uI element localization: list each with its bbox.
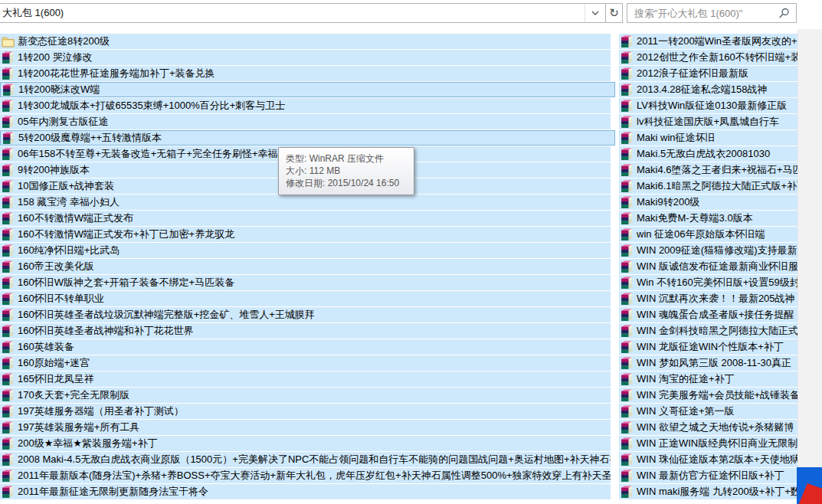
file-item[interactable]: WIN 正途WIN版经典怀旧商业无限制 bbox=[619, 436, 797, 451]
search-icon[interactable] bbox=[778, 8, 790, 19]
file-name: lv科技征途国庆版+凤凰城自行车 bbox=[637, 115, 779, 129]
file-item[interactable]: Maki9转200级 bbox=[619, 195, 797, 210]
file-name: WIN 魂魄蛋合成圣者版+接任务提醒 bbox=[637, 308, 794, 322]
file-item[interactable]: 197英雄服务器端（用圣者补丁测试） bbox=[0, 404, 611, 419]
file-name: WIN 完美服务端+会员技能+战锤装备 bbox=[637, 388, 797, 402]
file-item[interactable]: 2012创世之作全新160不转怀旧端+装 bbox=[619, 50, 797, 65]
file-item[interactable]: 2011年最新版本(随身法宝)+杀猪+养BOSS+夺宝大赛活动+新年大礼包，虎年… bbox=[0, 468, 611, 483]
corner-logo bbox=[797, 467, 822, 504]
file-item[interactable]: 2008 Maki-4.5无敌白虎战衣商业原版（1500元）+完美解决了NPC不… bbox=[0, 452, 611, 467]
file-item[interactable]: 1转200晓沫改W端 bbox=[0, 82, 615, 97]
rar-archive-icon bbox=[2, 373, 15, 386]
file-item[interactable]: WIN 欲望之城之天地传说+杀猪赌博 bbox=[619, 420, 797, 435]
file-item[interactable]: 2011年最新征途无限制更新随身法宝干将令 bbox=[0, 484, 611, 499]
file-name: Maki9转200级 bbox=[637, 195, 699, 209]
file-name: WIN 沉默再次来袭！！最新205战神 bbox=[637, 292, 795, 306]
file-item[interactable]: WIN 2009征途(猫猫修改端)支持最新 bbox=[619, 243, 797, 258]
rar-archive-icon bbox=[621, 212, 634, 225]
file-item[interactable]: 165怀旧龙凤呈祥 bbox=[0, 371, 611, 387]
file-item[interactable]: WIN 淘宝的征途+补丁 bbox=[619, 371, 797, 387]
file-item[interactable]: WIN 珠仙征途版本第2版本+天使地狱 bbox=[619, 452, 797, 467]
file-item[interactable]: WIN 义哥征途+第一版 bbox=[619, 404, 797, 419]
file-item[interactable]: WIN 沉默再次来袭！！最新205战神 bbox=[619, 291, 797, 306]
rar-archive-icon bbox=[621, 260, 634, 273]
file-name: win 征途06年原始版本怀旧端 bbox=[637, 227, 765, 241]
file-item[interactable]: WIN 最新仿官方征途怀旧版+补丁 bbox=[619, 468, 797, 483]
file-item[interactable]: 160怀旧英雄圣者战神端和补丁花花世界 bbox=[0, 323, 611, 339]
rar-archive-icon bbox=[2, 51, 15, 64]
rar-archive-icon bbox=[2, 116, 15, 129]
file-name: 160原始端+迷宫 bbox=[18, 356, 90, 370]
file-name: 2008 Maki-4.5无敌白虎战衣商业原版（1500元）+完美解决了NPC不… bbox=[18, 453, 611, 466]
file-item[interactable]: WIN 金剑科技暗黑之阿德拉大陆正式 bbox=[619, 323, 797, 339]
rar-archive-icon bbox=[2, 277, 15, 290]
file-name: 新变态征途8转200级 bbox=[18, 34, 110, 48]
file-item[interactable]: 170炙天套+完全无限制版 bbox=[0, 388, 611, 403]
rar-archive-icon bbox=[621, 132, 634, 145]
file-item[interactable]: 160怀旧英雄圣者战垃圾沉默神端完整版+挖金矿、堆雪人+王城膜拜 bbox=[0, 307, 611, 322]
file-name: LV科技Win版征途0130最新修正版 bbox=[637, 99, 787, 113]
file-item[interactable]: Maki6.1暗黑之阿德拉大陆正式版+补丁 bbox=[619, 178, 797, 194]
file-item[interactable]: 200级★幸福★紫装服务端+补丁 bbox=[0, 436, 611, 451]
file-name: 160不转激情W端正式发布+补丁已加密+养龙驭龙 bbox=[18, 227, 234, 241]
file-item[interactable]: Maki win征途坏旧 bbox=[619, 130, 797, 146]
search-box[interactable] bbox=[627, 3, 797, 23]
rar-archive-icon bbox=[2, 405, 15, 418]
address-combobox[interactable]: 大礼包 1(600) bbox=[0, 3, 606, 23]
file-item[interactable]: WIN 龙版征途WIN个性版本+补丁 bbox=[619, 339, 797, 355]
file-item[interactable]: 160纯净怀旧端+比武岛 bbox=[0, 243, 611, 258]
address-value[interactable]: 大礼包 1(600) bbox=[0, 6, 585, 20]
file-name: 06年158不转至尊+无装备改造+无箱子+完全任务刷怪+幸福小妇人 bbox=[18, 147, 308, 161]
rar-archive-icon bbox=[2, 260, 15, 273]
file-item[interactable]: 2013.4.28征途私念端158战神 bbox=[619, 82, 797, 97]
search-input[interactable] bbox=[627, 4, 780, 22]
file-name: 158 藏宝湾 幸福小妇人 bbox=[18, 195, 120, 209]
file-item[interactable]: 160不转激情W端正式发布+补丁已加密+养龙驭龙 bbox=[0, 227, 611, 242]
file-item[interactable]: 2011一转200端Win圣者版网友改的+ bbox=[619, 34, 797, 49]
file-item[interactable]: Maki4.6堕落之王者归来+祝福石+马匹 bbox=[619, 162, 797, 178]
file-item[interactable]: 2012浪子征途怀旧最新版 bbox=[619, 66, 797, 81]
file-item[interactable]: WIN 完美服务端+会员技能+战锤装备 bbox=[619, 388, 797, 403]
rar-archive-icon bbox=[2, 486, 15, 499]
file-item[interactable]: WIN 魂魄蛋合成圣者版+接任务提醒 bbox=[619, 307, 797, 322]
file-item[interactable]: 160原始端+迷宫 bbox=[0, 355, 611, 371]
file-item[interactable]: 160帝王改美化版 bbox=[0, 259, 611, 274]
file-item[interactable]: 160怀旧W版神之套+开箱子装备不绑定+马匹装备 bbox=[0, 275, 611, 290]
file-item[interactable]: LV科技Win版征途0130最新修正版 bbox=[619, 98, 797, 113]
file-item[interactable]: WIN maki服务端 九转200级+补丁+数 bbox=[619, 484, 797, 499]
file-item[interactable]: 160不转激情W端正式发布 bbox=[0, 211, 611, 226]
file-item[interactable]: 197英雄装服务端+所有工具 bbox=[0, 420, 611, 435]
rar-archive-icon bbox=[2, 212, 15, 225]
file-name: WIN 珠仙征途版本第2版本+天使地狱 bbox=[637, 453, 797, 466]
corner-logo-red-triangle bbox=[797, 467, 822, 504]
rar-archive-icon bbox=[621, 228, 634, 241]
file-item[interactable]: 1转200花花世界征途服务端加补丁+装备兑换 bbox=[0, 66, 611, 81]
chevron-down-icon[interactable] bbox=[585, 4, 605, 22]
file-item[interactable]: WIN 梦如风第三版 2008-11-30真正 bbox=[619, 355, 797, 371]
file-item[interactable]: Maki免费M-天尊端3.0版本 bbox=[619, 211, 797, 226]
rar-archive-icon bbox=[2, 341, 15, 354]
file-item[interactable]: 新变态征途8转200级 bbox=[0, 34, 611, 49]
file-item[interactable]: WIN 版诚信发布征途最新商业怀旧服 bbox=[619, 259, 797, 274]
file-name: 1转300龙城版本+打破65535束缚+1000%百分比+刺客与卫士 bbox=[18, 99, 285, 113]
file-item[interactable]: 05年内测复古版征途 bbox=[0, 114, 611, 129]
file-item[interactable]: 160怀旧不转单职业 bbox=[0, 291, 611, 306]
file-item[interactable]: 5转200级魔尊端++五转激情版本 bbox=[0, 130, 615, 146]
file-name: 2011年最新征途无限制更新随身法宝干将令 bbox=[18, 485, 208, 499]
file-item[interactable]: Maki.5无敌白虎战衣20081030 bbox=[619, 146, 797, 162]
file-item[interactable]: Win 不转160完美怀旧版+设置59级封 bbox=[619, 275, 797, 290]
file-name: 2012浪子征途怀旧最新版 bbox=[637, 67, 748, 80]
file-item[interactable]: 160英雄装备 bbox=[0, 339, 611, 355]
refresh-button[interactable]: ↻ bbox=[605, 3, 623, 23]
file-name: 2011一转200端Win圣者版网友改的+ bbox=[637, 34, 797, 48]
rar-archive-icon bbox=[621, 341, 634, 354]
file-name: 160纯净怀旧端+比武岛 bbox=[18, 244, 120, 257]
toolbar: 大礼包 1(600) ↻ bbox=[0, 0, 822, 29]
file-item[interactable]: lv科技征途国庆版+凤凰城自行车 bbox=[619, 114, 797, 129]
file-name: Win 不转160完美怀旧版+设置59级封 bbox=[637, 276, 797, 290]
file-item[interactable]: 1转300龙城版本+打破65535束缚+1000%百分比+刺客与卫士 bbox=[0, 98, 611, 113]
rar-archive-icon bbox=[2, 132, 15, 145]
file-item[interactable]: win 征途06年原始版本怀旧端 bbox=[619, 227, 797, 242]
file-item[interactable]: 1转200 哭泣修改 bbox=[0, 50, 611, 65]
file-item[interactable]: 158 藏宝湾 幸福小妇人 bbox=[0, 195, 611, 210]
